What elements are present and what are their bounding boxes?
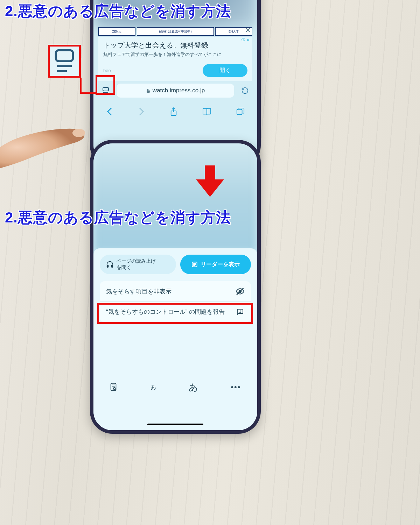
panel-title: 2.悪意のある広告などを消す方法	[5, 1, 231, 21]
connector-line	[80, 92, 96, 94]
panel-title: 2.悪意のある広告などを消す方法	[5, 208, 231, 227]
down-arrow-icon	[192, 164, 227, 199]
find-on-page-icon[interactable]	[110, 383, 118, 392]
eye-off-icon	[236, 287, 245, 296]
hide-distractions-label: 気をそらす項目を非表示	[106, 288, 172, 295]
phone-screen-bottom: ページの読み上げ を聞く リー	[93, 143, 257, 430]
url-text: watch.impress.co.jp	[153, 87, 205, 94]
svg-rect-9	[107, 265, 108, 267]
ad-tag: ZEN大	[98, 27, 135, 36]
tabs-icon[interactable]	[236, 107, 245, 116]
show-reader-label: リーダーを表示	[201, 261, 240, 268]
font-size-large[interactable]: あ	[189, 381, 198, 393]
svg-rect-5	[56, 50, 73, 62]
ad-banner-strip: ZEN大 (仮称)(設置認可申請中) EN大学	[98, 27, 252, 36]
svg-point-8	[72, 129, 85, 137]
headphones-icon	[106, 261, 114, 268]
home-indicator[interactable]	[147, 424, 203, 425]
url-field[interactable]: watch.impress.co.jp	[117, 84, 234, 98]
panel-bottom: 2.悪意のある広告などを消す方法 ページの	[0, 206, 420, 423]
reader-icon-highlight-box	[96, 75, 115, 95]
hide-distractions-highlight-box	[97, 303, 253, 324]
lock-icon	[146, 88, 150, 93]
reader-bottom-options: あ あ •••	[93, 378, 257, 396]
close-icon[interactable]: ✕	[244, 27, 252, 34]
svg-rect-4	[237, 109, 242, 115]
hide-distractions-item[interactable]: 気をそらす項目を非表示	[100, 281, 251, 302]
ad-info-badges[interactable]: ⓘ ✕	[241, 38, 250, 42]
safari-url-bar: watch.impress.co.jp	[98, 83, 252, 98]
safari-toolbar	[93, 102, 257, 121]
ad-tag: (仮称)(設置認可申請中)	[137, 27, 214, 36]
sheet-top-actions: ページの読み上げ を聞く リー	[100, 255, 251, 274]
forward-icon	[138, 107, 145, 116]
reader-icon	[191, 261, 198, 268]
svg-point-22	[114, 388, 116, 390]
ad-card[interactable]: ⓘ ✕ トップ大学と出会える。無料登録 無料フェアで留学の第一歩を！海外進学のす…	[98, 37, 252, 81]
webpage-content-blurred	[93, 143, 257, 252]
ad-brand: beo	[103, 68, 111, 73]
pointing-finger	[0, 105, 91, 175]
info-icon[interactable]: ⓘ	[241, 38, 245, 42]
listen-page-button[interactable]: ページの読み上げ を聞く	[100, 255, 176, 274]
svg-rect-10	[112, 265, 113, 267]
font-size-small[interactable]: あ	[150, 384, 156, 391]
ad-open-button[interactable]: 開く	[203, 64, 247, 77]
connector-line	[80, 78, 82, 94]
listen-label-line2: を聞く	[117, 264, 156, 271]
reader-icon-callout-box	[48, 45, 81, 78]
listen-label-line1: ページの読み上げ	[117, 258, 156, 264]
bookmarks-icon[interactable]	[202, 108, 211, 115]
ad-subtitle: 無料フェアで留学の第一歩を！海外進学のすべてがここに	[103, 51, 247, 58]
close-ad-icon[interactable]: ✕	[246, 38, 250, 42]
share-icon[interactable]	[170, 107, 177, 116]
reload-icon[interactable]	[238, 87, 252, 94]
more-options-icon[interactable]: •••	[231, 383, 241, 392]
panel-top: 2.悪意のある広告などを消す方法 ZEN大 (仮称)(設置認可申請中) EN大学…	[0, 0, 420, 161]
show-reader-button[interactable]: リーダーを表示	[180, 255, 251, 274]
phone-frame-bottom: ページの読み上げ を聞く リー	[90, 140, 261, 434]
ad-title: トップ大学と出会える。無料登録	[103, 41, 247, 50]
back-icon[interactable]	[106, 107, 113, 116]
reader-options-sheet: ページの読み上げ を聞く リー	[93, 248, 257, 430]
